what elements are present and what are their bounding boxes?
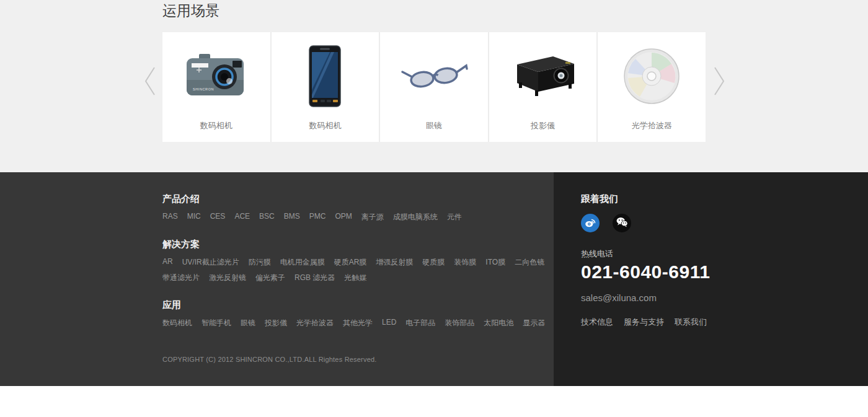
footer-section-solutions: 解决方案 AR UV/IR截止滤光片 防污膜 电机用金属膜 硬质AR膜 增强反射… [162,239,553,283]
carousel-card-glasses[interactable]: 眼镜 [379,32,488,142]
wechat-icon [616,217,628,229]
footer-bottom-link-support[interactable]: 服务与支持 [624,317,664,328]
smartphone-icon [272,32,379,120]
footer-link[interactable]: 智能手机 [202,318,231,328]
card-label: 光学拾波器 [632,120,672,131]
footer-link[interactable]: OPM [335,212,352,222]
footer-section-applications: 应用 数码相机 智能手机 眼镜 投影儀 光学拾波器 其他光学 LED 电子部品 … [162,299,553,328]
follow-us-title: 跟着我们 [581,193,841,205]
footer-link[interactable]: 元件 [447,212,462,222]
footer-link[interactable]: 眼镜 [241,318,255,328]
product-links-row: RAS MIC CES ACE BSC BMS PMC OPM 离子源 成膜电脑… [162,212,553,222]
footer-link[interactable]: 电子部品 [405,318,435,328]
chevron-right-icon [712,65,727,99]
contact-email[interactable]: sales@xiluna.com [581,292,841,303]
footer-link[interactable]: MIC [187,212,201,222]
footer-link[interactable]: 二向色镜 [515,257,544,268]
footer-section-products: 产品介绍 RAS MIC CES ACE BSC BMS PMC OPM 离子源… [162,193,553,222]
carousel-prev-button[interactable] [138,63,162,100]
footer-link[interactable]: 增强反射膜 [376,257,413,268]
footer-link[interactable]: CES [210,212,226,222]
optical-disc-icon [598,32,706,120]
card-label: 数码相机 [309,120,341,131]
carousel-card-digital-camera[interactable]: SHINCRON 数码相机 [162,32,270,142]
footer-link[interactable]: 投影儀 [265,318,287,328]
footer-link[interactable]: BSC [259,212,275,222]
footer-link[interactable]: AR [162,257,173,268]
card-label: 投影儀 [531,120,555,131]
copyright-text: COPYRIGHT (C) 2012 SHINCRON CO.,LTD.ALL … [162,356,553,363]
footer-link[interactable]: LED [382,318,396,328]
footer-link[interactable]: 激光反射镜 [209,273,246,283]
footer-link[interactable]: 装饰膜 [454,257,476,268]
chevron-left-icon [143,65,157,99]
digital-camera-icon: SHINCRON [162,32,270,120]
carousel-card-projector[interactable]: 投影儀 [488,32,597,142]
footer-link[interactable]: 数码相机 [162,318,192,328]
footer-link[interactable]: 显示器 [523,318,545,328]
footer-link[interactable]: ACE [234,212,250,222]
footer-link[interactable]: 偏光素子 [255,273,285,283]
footer-link[interactable]: RGB 滤光器 [294,273,335,283]
footer-link[interactable]: 电机用金属膜 [280,257,325,268]
carousel-card-optical-pickup[interactable]: 光学拾波器 [596,32,706,142]
footer-link[interactable]: ITO膜 [485,257,505,268]
hotline-label: 热线电话 [581,248,841,260]
footer-section-title: 解决方案 [162,239,553,250]
carousel-card-smartphone[interactable]: 数码相机 [270,32,379,142]
footer-link[interactable]: 光触媒 [344,273,366,283]
footer-section-title: 应用 [162,299,553,311]
footer-link[interactable]: 硬质膜 [422,257,445,268]
footer: 产品介绍 RAS MIC CES ACE BSC BMS PMC OPM 离子源… [0,172,868,386]
footer-bottom-link-tech-info[interactable]: 技术信息 [581,317,613,328]
footer-link[interactable]: 硬质AR膜 [334,257,367,268]
footer-link[interactable]: RAS [162,212,178,222]
weibo-button[interactable] [581,214,600,232]
svg-text:SHINCRON: SHINCRON [193,87,214,91]
projector-icon [489,32,597,120]
footer-link[interactable]: 成膜电脑系统 [393,212,438,222]
footer-link[interactable]: 防污膜 [249,257,271,268]
footer-section-title: 产品介绍 [162,193,553,205]
footer-bottom-link-contact[interactable]: 联系我们 [675,317,707,328]
hotline-number: 021-6040-6911 [581,261,841,283]
footer-link[interactable]: 离子源 [361,212,384,222]
footer-link[interactable]: 带通滤光片 [162,273,200,283]
footer-link[interactable]: UV/IR截止滤光片 [182,257,239,268]
footer-link[interactable]: BMS [284,212,300,222]
social-icons-row [581,214,841,232]
footer-contact-column: 跟着我们 [581,193,841,328]
application-scenarios-section: 运用场景 SHINCRON [0,0,868,172]
application-carousel: SHINCRON 数码相机 数码相机 [162,32,706,142]
footer-link[interactable]: PMC [309,212,326,222]
glasses-icon [380,32,488,120]
footer-link[interactable]: 装饰部品 [445,318,474,328]
footer-link[interactable]: 太阳电池 [484,318,513,328]
footer-link[interactable]: 其他光学 [343,318,373,328]
footer-link[interactable]: 光学拾波器 [296,318,334,328]
solution-links-row: AR UV/IR截止滤光片 防污膜 电机用金属膜 硬质AR膜 增强反射膜 硬质膜… [162,257,553,283]
card-label: 数码相机 [200,120,232,131]
footer-bottom-links: 技术信息 服务与支持 联系我们 [581,317,841,328]
application-links-row: 数码相机 智能手机 眼镜 投影儀 光学拾波器 其他光学 LED 电子部品 装饰部… [162,318,553,328]
wechat-button[interactable] [613,214,631,232]
card-label: 眼镜 [426,120,442,131]
section-title: 运用场景 [162,1,219,20]
weibo-icon [585,217,596,230]
carousel-next-button[interactable] [707,63,732,100]
footer-link-columns: 产品介绍 RAS MIC CES ACE BSC BMS PMC OPM 离子源… [162,193,553,363]
